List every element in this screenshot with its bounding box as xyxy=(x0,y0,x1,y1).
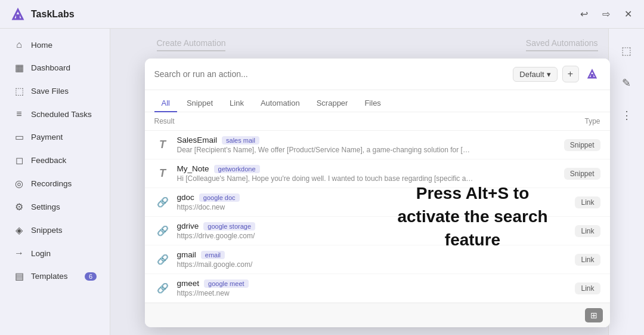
modal-search-bar: Default ▾ + xyxy=(145,59,610,90)
tab-scrapper[interactable]: Scrapper xyxy=(309,95,355,112)
login-icon: → xyxy=(13,248,25,259)
content-area: Create Automation Saved Automations ⬚ ✎ … xyxy=(110,29,644,335)
link-type-icon: 🔗 xyxy=(154,251,171,268)
snippet-type-icon: T xyxy=(154,137,171,153)
tab-files[interactable]: Files xyxy=(357,95,388,112)
result-subtitle: https://drive.google.com/ xyxy=(177,232,475,240)
result-content: gmeet google meet https://meet.new xyxy=(177,279,569,297)
search-modal: Default ▾ + All Snippet Link xyxy=(145,59,610,327)
search-input[interactable] xyxy=(154,69,513,79)
result-type-badge: Link xyxy=(575,225,600,237)
sidebar-item-label: Recordings xyxy=(31,179,72,188)
result-content: My_Note getworkdone Hi [Colleague's Name… xyxy=(177,164,558,183)
feedback-icon: ◻ xyxy=(13,155,25,166)
home-icon: ⌂ xyxy=(13,39,25,50)
sidebar-item-login[interactable]: → Login xyxy=(4,242,106,264)
table-row[interactable]: 🔗 gmeet google meet https://meet.new Lin… xyxy=(145,274,610,303)
create-automation-label: Create Automation xyxy=(157,38,226,51)
sidebar-item-scheduled-tasks[interactable]: ≡ Scheduled Tasks xyxy=(4,103,106,125)
result-type-badge: Link xyxy=(575,282,600,294)
result-name: gdrive xyxy=(177,222,199,230)
sidebar-item-snippets[interactable]: ◈ Snippets xyxy=(4,219,106,241)
result-subtitle: https://mail.google.com/ xyxy=(177,260,475,269)
result-tag: sales mail xyxy=(222,136,259,145)
svg-rect-1 xyxy=(16,14,20,19)
result-title-row: gdoc google doc xyxy=(177,193,569,202)
scheduled-tasks-icon: ≡ xyxy=(13,109,25,119)
sidebar-item-templates[interactable]: ▤ Templates 6 xyxy=(4,265,106,287)
sidebar-item-label: Payment xyxy=(31,133,63,142)
panel-more-icon[interactable]: ⋮ xyxy=(618,105,636,125)
sidebar-item-payment[interactable]: ▭ Payment xyxy=(4,126,106,148)
tab-snippet[interactable]: Snippet xyxy=(179,95,220,112)
sidebar-item-label: Templates xyxy=(31,272,68,281)
result-type-badge: Link xyxy=(575,196,600,208)
back-button[interactable]: ↩ xyxy=(578,6,590,22)
sidebar: ⌂ Home ▦ Dashboard ⬚ Save Files ≡ Schedu… xyxy=(0,29,110,335)
dashboard-icon: ▦ xyxy=(13,62,25,73)
sidebar-item-label: Login xyxy=(31,249,51,258)
result-subtitle: Dear [Recipient's Name], We offer [Produ… xyxy=(177,146,475,154)
sidebar-item-home[interactable]: ⌂ Home xyxy=(4,34,106,56)
sidebar-item-label: Snippets xyxy=(31,226,63,235)
main-layout: ⌂ Home ▦ Dashboard ⬚ Save Files ≡ Schedu… xyxy=(0,29,644,335)
payment-icon: ▭ xyxy=(13,131,25,143)
modal-footer: ⊞ xyxy=(145,303,610,327)
result-content: gmail email https://mail.google.com/ xyxy=(177,250,569,269)
sidebar-item-dashboard[interactable]: ▦ Dashboard xyxy=(4,57,106,79)
result-title-row: gmeet google meet xyxy=(177,279,569,288)
title-bar-left: TaskLabs xyxy=(10,6,75,23)
link-type-icon: 🔗 xyxy=(154,194,171,211)
add-button[interactable]: + xyxy=(562,66,579,82)
sidebar-item-feedback[interactable]: ◻ Feedback xyxy=(4,149,106,171)
tab-automation[interactable]: Automation xyxy=(253,95,307,112)
table-row[interactable]: 🔗 gmail email https://mail.google.com/ L… xyxy=(145,245,610,274)
result-name: gdoc xyxy=(177,193,194,202)
sidebar-item-label: Settings xyxy=(31,202,60,211)
modal-logo-icon xyxy=(584,66,600,82)
modal-search-actions: Default ▾ + xyxy=(513,66,600,82)
type-column-header: Type xyxy=(584,117,600,125)
tab-all[interactable]: All xyxy=(154,95,177,112)
result-tag: google doc xyxy=(199,193,240,202)
table-row[interactable]: 🔗 gdrive google storage https://drive.go… xyxy=(145,217,610,245)
table-row[interactable]: T SalesEmail sales mail Dear [Recipient'… xyxy=(145,131,610,159)
settings-icon: ⚙ xyxy=(13,201,25,213)
footer-grid-button[interactable]: ⊞ xyxy=(585,308,603,322)
result-title-row: SalesEmail sales mail xyxy=(177,136,558,145)
svg-rect-3 xyxy=(590,74,593,78)
result-content: gdoc google doc https://doc.new xyxy=(177,193,569,211)
panel-copy-icon[interactable]: ⬚ xyxy=(618,41,635,61)
result-tag: email xyxy=(201,251,225,259)
sidebar-item-label: Feedback xyxy=(31,156,66,165)
chevron-down-icon: ▾ xyxy=(547,70,551,79)
result-type-badge: Snippet xyxy=(564,168,600,180)
saved-automations-label: Saved Automations xyxy=(526,38,598,51)
recordings-icon: ◎ xyxy=(13,178,25,189)
close-button[interactable]: ✕ xyxy=(622,6,634,22)
result-subtitle: https://doc.new xyxy=(177,203,475,211)
link-type-icon: 🔗 xyxy=(154,223,171,239)
result-name: SalesEmail xyxy=(177,136,218,145)
sidebar-item-settings[interactable]: ⚙ Settings xyxy=(4,196,106,218)
tab-link[interactable]: Link xyxy=(222,95,251,112)
templates-badge: 6 xyxy=(85,272,97,281)
result-type-badge: Snippet xyxy=(564,139,600,151)
result-name: My_Note xyxy=(177,164,209,173)
sidebar-item-save-files[interactable]: ⬚ Save Files xyxy=(4,80,106,102)
title-bar: TaskLabs ↩ ⇨ ✕ xyxy=(0,0,644,29)
snippet-type-icon: T xyxy=(154,165,171,182)
table-row[interactable]: 🔗 gdoc google doc https://doc.new Link xyxy=(145,188,610,217)
result-type-badge: Link xyxy=(575,254,600,266)
panel-edit-icon[interactable]: ✎ xyxy=(618,73,634,93)
forward-button[interactable]: ⇨ xyxy=(600,6,612,22)
modal-tabs: All Snippet Link Automation Scrapper Fil… xyxy=(145,90,610,112)
result-subtitle: https://meet.new xyxy=(177,289,475,297)
default-dropdown[interactable]: Default ▾ xyxy=(513,67,557,82)
sidebar-item-recordings[interactable]: ◎ Recordings xyxy=(4,173,106,195)
result-title-row: gdrive google storage xyxy=(177,222,569,230)
result-name: gmeet xyxy=(177,279,200,288)
table-row[interactable]: T My_Note getworkdone Hi [Colleague's Na… xyxy=(145,159,610,188)
title-bar-controls: ↩ ⇨ ✕ xyxy=(578,6,634,22)
sidebar-item-label: Save Files xyxy=(31,87,69,96)
